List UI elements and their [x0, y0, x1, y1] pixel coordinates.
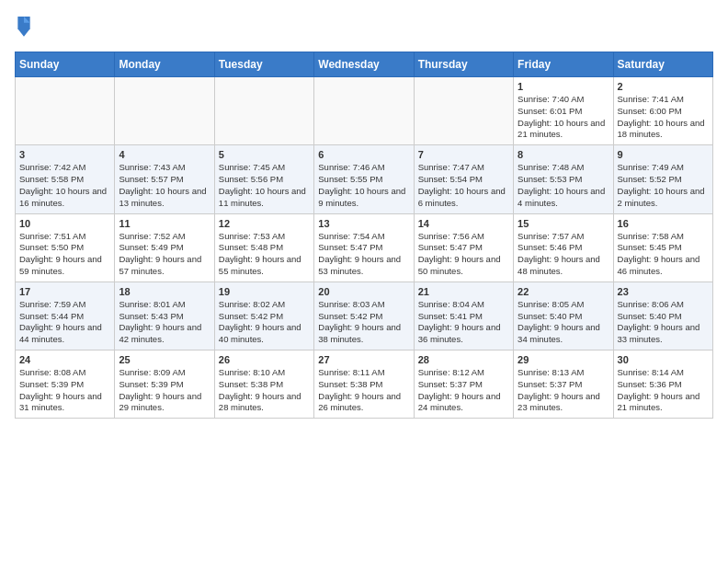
day-number: 8 [518, 149, 609, 160]
calendar-week-3: 10Sunrise: 7:51 AMSunset: 5:50 PMDayligh… [16, 213, 713, 282]
day-number: 20 [318, 286, 409, 297]
calendar-cell [115, 77, 214, 145]
day-info: Sunrise: 7:59 AMSunset: 5:44 PMDaylight:… [19, 299, 110, 346]
day-number: 23 [618, 286, 709, 297]
calendar-cell: 24Sunrise: 8:08 AMSunset: 5:39 PMDayligh… [16, 350, 115, 419]
day-number: 12 [219, 218, 310, 229]
calendar-cell: 29Sunrise: 8:13 AMSunset: 5:37 PMDayligh… [514, 350, 613, 419]
day-number: 14 [418, 218, 509, 229]
column-header-thursday: Thursday [414, 52, 513, 77]
day-info: Sunrise: 8:13 AMSunset: 5:37 PMDaylight:… [518, 367, 609, 414]
day-info: Sunrise: 8:12 AMSunset: 5:37 PMDaylight:… [418, 367, 509, 414]
calendar-cell: 25Sunrise: 8:09 AMSunset: 5:39 PMDayligh… [115, 350, 214, 419]
column-header-tuesday: Tuesday [214, 52, 313, 77]
day-number: 30 [618, 354, 709, 365]
calendar-cell: 5Sunrise: 7:45 AMSunset: 5:56 PMDaylight… [214, 145, 313, 213]
calendar-cell: 21Sunrise: 8:04 AMSunset: 5:41 PMDayligh… [414, 282, 513, 350]
day-number: 10 [19, 218, 110, 229]
calendar-cell: 9Sunrise: 7:49 AMSunset: 5:52 PMDaylight… [613, 145, 712, 213]
calendar-cell: 20Sunrise: 8:03 AMSunset: 5:42 PMDayligh… [314, 282, 414, 350]
day-info: Sunrise: 8:10 AMSunset: 5:38 PMDaylight:… [219, 367, 310, 414]
day-info: Sunrise: 7:41 AMSunset: 6:00 PMDaylight:… [618, 94, 709, 141]
calendar-cell [314, 77, 414, 145]
day-number: 9 [618, 149, 709, 160]
calendar-week-1: 1Sunrise: 7:40 AMSunset: 6:01 PMDaylight… [16, 77, 713, 145]
column-header-friday: Friday [514, 52, 613, 77]
day-number: 15 [518, 218, 609, 229]
day-info: Sunrise: 7:48 AMSunset: 5:53 PMDaylight:… [518, 162, 609, 209]
day-info: Sunrise: 7:57 AMSunset: 5:46 PMDaylight:… [518, 231, 609, 278]
calendar-cell: 28Sunrise: 8:12 AMSunset: 5:37 PMDayligh… [414, 350, 513, 419]
day-number: 2 [618, 81, 709, 92]
day-info: Sunrise: 8:09 AMSunset: 5:39 PMDaylight:… [119, 367, 210, 414]
calendar-cell [16, 77, 115, 145]
calendar-cell: 22Sunrise: 8:05 AMSunset: 5:40 PMDayligh… [514, 282, 613, 350]
day-number: 1 [518, 81, 609, 92]
day-number: 27 [318, 354, 409, 365]
day-info: Sunrise: 8:03 AMSunset: 5:42 PMDaylight:… [318, 299, 409, 346]
day-number: 22 [518, 286, 609, 297]
day-info: Sunrise: 7:46 AMSunset: 5:55 PMDaylight:… [318, 162, 409, 209]
calendar-cell: 7Sunrise: 7:47 AMSunset: 5:54 PMDaylight… [414, 145, 513, 213]
day-number: 18 [119, 286, 210, 297]
day-info: Sunrise: 8:14 AMSunset: 5:36 PMDaylight:… [618, 367, 709, 414]
day-info: Sunrise: 7:51 AMSunset: 5:50 PMDaylight:… [19, 231, 110, 278]
day-number: 13 [318, 218, 409, 229]
day-info: Sunrise: 8:11 AMSunset: 5:38 PMDaylight:… [318, 367, 409, 414]
day-number: 7 [418, 149, 509, 160]
calendar-cell: 6Sunrise: 7:46 AMSunset: 5:55 PMDaylight… [314, 145, 414, 213]
day-info: Sunrise: 8:08 AMSunset: 5:39 PMDaylight:… [19, 367, 110, 414]
day-info: Sunrise: 7:58 AMSunset: 5:45 PMDaylight:… [618, 231, 709, 278]
logo-icon [15, 15, 33, 37]
day-number: 19 [219, 286, 310, 297]
day-info: Sunrise: 7:43 AMSunset: 5:57 PMDaylight:… [119, 162, 210, 209]
page-header [15, 15, 713, 40]
day-number: 28 [418, 354, 509, 365]
day-number: 17 [19, 286, 110, 297]
calendar-cell: 14Sunrise: 7:56 AMSunset: 5:47 PMDayligh… [414, 213, 513, 282]
day-info: Sunrise: 7:56 AMSunset: 5:47 PMDaylight:… [418, 231, 509, 278]
day-info: Sunrise: 7:53 AMSunset: 5:48 PMDaylight:… [219, 231, 310, 278]
day-info: Sunrise: 7:47 AMSunset: 5:54 PMDaylight:… [418, 162, 509, 209]
day-info: Sunrise: 7:54 AMSunset: 5:47 PMDaylight:… [318, 231, 409, 278]
calendar-week-2: 3Sunrise: 7:42 AMSunset: 5:58 PMDaylight… [16, 145, 713, 213]
column-header-sunday: Sunday [16, 52, 115, 77]
logo [15, 15, 37, 40]
calendar-cell: 16Sunrise: 7:58 AMSunset: 5:45 PMDayligh… [613, 213, 712, 282]
calendar-cell: 23Sunrise: 8:06 AMSunset: 5:40 PMDayligh… [613, 282, 712, 350]
calendar-cell: 30Sunrise: 8:14 AMSunset: 5:36 PMDayligh… [613, 350, 712, 419]
day-number: 16 [618, 218, 709, 229]
calendar-cell: 4Sunrise: 7:43 AMSunset: 5:57 PMDaylight… [115, 145, 214, 213]
calendar-cell: 1Sunrise: 7:40 AMSunset: 6:01 PMDaylight… [514, 77, 613, 145]
day-number: 4 [119, 149, 210, 160]
day-info: Sunrise: 8:05 AMSunset: 5:40 PMDaylight:… [518, 299, 609, 346]
day-info: Sunrise: 7:40 AMSunset: 6:01 PMDaylight:… [518, 94, 609, 141]
day-info: Sunrise: 7:45 AMSunset: 5:56 PMDaylight:… [219, 162, 310, 209]
day-info: Sunrise: 8:01 AMSunset: 5:43 PMDaylight:… [119, 299, 210, 346]
calendar-cell: 18Sunrise: 8:01 AMSunset: 5:43 PMDayligh… [115, 282, 214, 350]
calendar-cell: 3Sunrise: 7:42 AMSunset: 5:58 PMDaylight… [16, 145, 115, 213]
day-number: 24 [19, 354, 110, 365]
calendar-cell: 17Sunrise: 7:59 AMSunset: 5:44 PMDayligh… [16, 282, 115, 350]
day-info: Sunrise: 7:52 AMSunset: 5:49 PMDaylight:… [119, 231, 210, 278]
calendar-cell: 11Sunrise: 7:52 AMSunset: 5:49 PMDayligh… [115, 213, 214, 282]
calendar-cell: 15Sunrise: 7:57 AMSunset: 5:46 PMDayligh… [514, 213, 613, 282]
day-info: Sunrise: 8:02 AMSunset: 5:42 PMDaylight:… [219, 299, 310, 346]
day-number: 29 [518, 354, 609, 365]
day-number: 11 [119, 218, 210, 229]
calendar-week-4: 17Sunrise: 7:59 AMSunset: 5:44 PMDayligh… [16, 282, 713, 350]
day-number: 6 [318, 149, 409, 160]
calendar-cell: 19Sunrise: 8:02 AMSunset: 5:42 PMDayligh… [214, 282, 313, 350]
calendar-cell: 2Sunrise: 7:41 AMSunset: 6:00 PMDaylight… [613, 77, 712, 145]
calendar-cell [414, 77, 513, 145]
calendar-header-row: SundayMondayTuesdayWednesdayThursdayFrid… [16, 52, 713, 77]
day-number: 21 [418, 286, 509, 297]
column-header-wednesday: Wednesday [314, 52, 414, 77]
column-header-monday: Monday [115, 52, 214, 77]
calendar-cell: 27Sunrise: 8:11 AMSunset: 5:38 PMDayligh… [314, 350, 414, 419]
calendar-cell: 26Sunrise: 8:10 AMSunset: 5:38 PMDayligh… [214, 350, 313, 419]
calendar: SundayMondayTuesdayWednesdayThursdayFrid… [15, 52, 713, 419]
day-number: 3 [19, 149, 110, 160]
day-info: Sunrise: 7:42 AMSunset: 5:58 PMDaylight:… [19, 162, 110, 209]
calendar-cell: 12Sunrise: 7:53 AMSunset: 5:48 PMDayligh… [214, 213, 313, 282]
